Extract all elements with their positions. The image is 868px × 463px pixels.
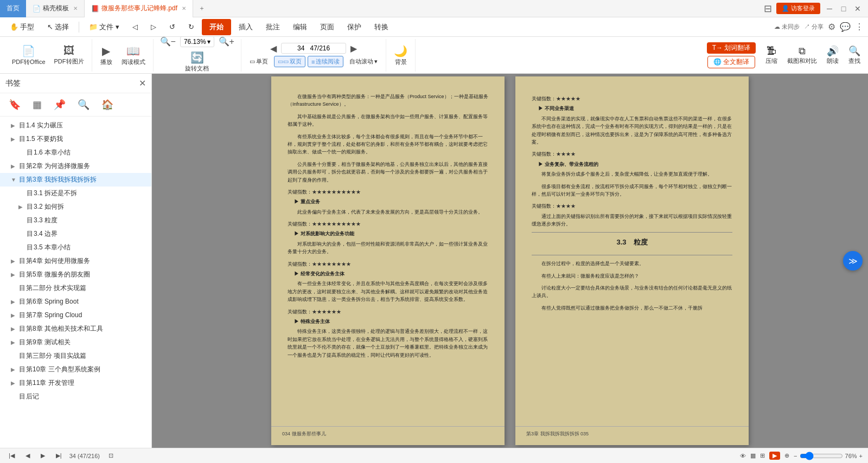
- arrow-icon: ▶: [18, 204, 26, 210]
- close-button[interactable]: ✕: [853, 4, 863, 14]
- menu-mode[interactable]: ✋ 手型: [4, 20, 40, 34]
- pdf-pages: 在微服务当中有两种类型的服务：一种是产品服务（Product Service）；…: [260, 74, 760, 448]
- sidebar-item-3-3[interactable]: 目 3.3 粒度: [0, 214, 151, 227]
- auto-scroll-button[interactable]: 自动滚动 ▾: [346, 56, 381, 67]
- status-eye-icon[interactable]: 👁: [740, 453, 746, 459]
- menu-protect[interactable]: 保护: [342, 20, 367, 34]
- zoom-out-icon[interactable]: 🔍−: [158, 36, 178, 47]
- menu-page[interactable]: 页面: [315, 20, 340, 34]
- statusbar-right: 👁 ▦ ⊞ ▶ ⊕ − 76% +: [740, 452, 863, 460]
- template-tab-close[interactable]: ✕: [73, 5, 78, 11]
- sidebar-content: ▶ 目 1.4 实力碾压 ▶ 目 1.5 不要奶我 目 1.6 本章小结 ▶ 目…: [0, 117, 151, 448]
- minimize-button[interactable]: ─: [825, 4, 834, 14]
- share-label[interactable]: ↗ 分享: [804, 23, 824, 31]
- menu-convert[interactable]: 转换: [369, 20, 394, 34]
- zoom-in-icon[interactable]: 🔍+: [216, 36, 237, 47]
- pdf-to-office-button[interactable]: 📄 PDF转Office: [9, 43, 49, 68]
- next-page-button[interactable]: ▶: [348, 43, 359, 54]
- menu-file[interactable]: 📁 文件 ▾: [84, 20, 125, 34]
- tab-home[interactable]: 首页: [0, 0, 26, 17]
- sidebar-item-1-6[interactable]: 目 1.6 本章小结: [0, 146, 151, 159]
- pdf-tab-close[interactable]: ✕: [182, 5, 186, 11]
- maximize-button[interactable]: □: [839, 4, 848, 14]
- sidebar-item-ch5[interactable]: ▶ 目 第5章 微服务的朋友圈: [0, 268, 151, 281]
- pdf-to-img-button[interactable]: 🖼 PDF转图片: [51, 43, 87, 67]
- page-input[interactable]: 34 47/216: [281, 43, 346, 54]
- more-icon[interactable]: ⋮: [855, 22, 864, 32]
- read-button[interactable]: 🔊 朗读: [824, 43, 842, 67]
- prev-page-button[interactable]: ◀: [268, 43, 279, 54]
- continuous-button[interactable]: ≡ 连续阅读: [308, 56, 343, 67]
- status-fit-icon[interactable]: ⊡: [108, 452, 113, 459]
- find-button[interactable]: 🔍 查找: [845, 43, 864, 67]
- sidebar-item-ch8[interactable]: ▶ 目 第8章 其他相关技术和工具: [0, 322, 151, 336]
- sidebar-item-1-5[interactable]: ▶ 目 1.5 不要奶我: [0, 132, 151, 146]
- zoom-select[interactable]: 76.13% ▾: [180, 36, 214, 47]
- sidebar-tab-thumbs[interactable]: ▦: [28, 97, 46, 113]
- auto-scroll-label: 自动滚动: [349, 57, 373, 66]
- zoom-range[interactable]: [800, 452, 843, 460]
- menu-redo[interactable]: ↻: [183, 21, 200, 33]
- pdf-tab-label: 微服务那些事儿记蜂蜂.pdf: [101, 4, 177, 13]
- translate-word-button[interactable]: T→ 划词翻译: [707, 42, 756, 54]
- status-expand-icon[interactable]: ⊕: [784, 452, 789, 459]
- compare-button[interactable]: ⧉ 截图和对比: [784, 44, 820, 67]
- sidebar-item-part2[interactable]: 目 第二部分 技术实现篇: [0, 281, 151, 295]
- status-layout-icon[interactable]: ⊞: [760, 452, 765, 459]
- play-button[interactable]: ▶ 播放: [97, 43, 116, 68]
- menu-annotate[interactable]: 批注: [260, 20, 285, 34]
- single-page-button[interactable]: ▭ 单页: [246, 56, 272, 67]
- sidebar-item-3-2[interactable]: ▶ 目 3.2 如何拆: [0, 200, 151, 214]
- double-page-button[interactable]: ▭▭ 双页: [274, 56, 305, 67]
- sidebar-item-ch7[interactable]: ▶ 目 第7章 Spring Cloud: [0, 308, 151, 322]
- read-mode-button[interactable]: 📖 阅读模式: [118, 43, 149, 68]
- menu-undo2[interactable]: ↺: [164, 21, 181, 33]
- sidebar-item-ch3[interactable]: ▼ 目 第3章 我拆我拆我拆拆拆: [0, 173, 151, 187]
- settings-icon[interactable]: ⚙: [828, 22, 835, 32]
- rotate-button[interactable]: 🔄 旋转文档: [182, 49, 212, 74]
- sidebar-item-part3[interactable]: 目 第三部分 项目实战篇: [0, 349, 151, 363]
- menu-start[interactable]: 开始: [202, 19, 231, 35]
- status-last-page[interactable]: ▶|: [53, 452, 65, 460]
- sidebar-item-ch2[interactable]: ▶ 目 第2章 为何选择微服务: [0, 159, 151, 173]
- compress-button[interactable]: 🗜 压缩: [762, 44, 781, 67]
- tab-pdf[interactable]: 📕 微服务那些事儿记蜂蜂.pdf ✕: [85, 0, 193, 17]
- sidebar-item-3-4[interactable]: 目 3.4 边界: [0, 227, 151, 241]
- menu-select[interactable]: ↖ 选择: [42, 20, 74, 34]
- sidebar-item-ch6[interactable]: ▶ 目 第6章 Spring Boot: [0, 295, 151, 308]
- visitor-login-button[interactable]: 👤 访客登录: [776, 3, 820, 14]
- sidebar-tab-annotation[interactable]: 📌: [49, 97, 70, 113]
- status-first-page[interactable]: |◀: [5, 452, 18, 460]
- sidebar-item-ch4[interactable]: ▶ 目 第4章 如何使用微服务: [0, 254, 151, 268]
- tab-add-button[interactable]: ＋: [193, 4, 210, 13]
- compare-label: 截图和对比: [787, 57, 817, 65]
- sidebar-item-postscript[interactable]: 目 后记: [0, 390, 151, 403]
- status-prev-page[interactable]: ◀: [22, 452, 33, 460]
- sidebar-tab-home[interactable]: 🏠: [97, 97, 118, 113]
- sidebar-item-ch9[interactable]: ▶ 目 第9章 测试相关: [0, 336, 151, 349]
- float-action-button[interactable]: ≫: [843, 251, 863, 271]
- sidebar-tab-bookmark[interactable]: 🔖: [4, 97, 25, 113]
- sidebar-close-button[interactable]: ✕: [139, 78, 146, 88]
- translate-full-button[interactable]: 🌐 全文翻译: [707, 56, 755, 68]
- background-button[interactable]: 🌙 背景: [391, 43, 411, 68]
- sidebar-tab-search[interactable]: 🔍: [73, 97, 94, 113]
- menu-edit[interactable]: 编辑: [288, 20, 312, 34]
- sidebar-item-ch10[interactable]: ▶ 目 第10章 三个典型系统案例: [0, 363, 151, 376]
- menu-undo-back[interactable]: ◁: [127, 21, 143, 33]
- comment-icon[interactable]: 💬: [840, 22, 851, 32]
- sidebar-item-3-5[interactable]: 目 3.5 本章小结: [0, 241, 151, 254]
- sidebar-item-ch11[interactable]: ▶ 目 第11章 开发管理: [0, 376, 151, 390]
- status-play-icon[interactable]: ▶: [769, 452, 780, 460]
- status-grid-icon[interactable]: ▦: [750, 452, 756, 459]
- bookmark-icon: 目: [18, 378, 26, 388]
- zoom-minus-icon[interactable]: −: [794, 453, 797, 459]
- zoom-plus-icon[interactable]: +: [859, 453, 863, 459]
- sidebar-item-1-4[interactable]: ▶ 目 1.4 实力碾压: [0, 119, 151, 132]
- menu-insert[interactable]: 插入: [233, 20, 258, 34]
- tab-template[interactable]: 📄 稿壳模板 ✕: [26, 0, 85, 17]
- sidebar-item-3-1[interactable]: 目 3.1 拆还是不拆: [0, 187, 151, 200]
- pdf-content-area[interactable]: 在微服务当中有两种类型的服务：一种是产品服务（Product Service）；…: [152, 74, 868, 448]
- status-next-page[interactable]: ▶: [37, 452, 48, 460]
- menu-undo-fwd[interactable]: ▷: [145, 21, 162, 33]
